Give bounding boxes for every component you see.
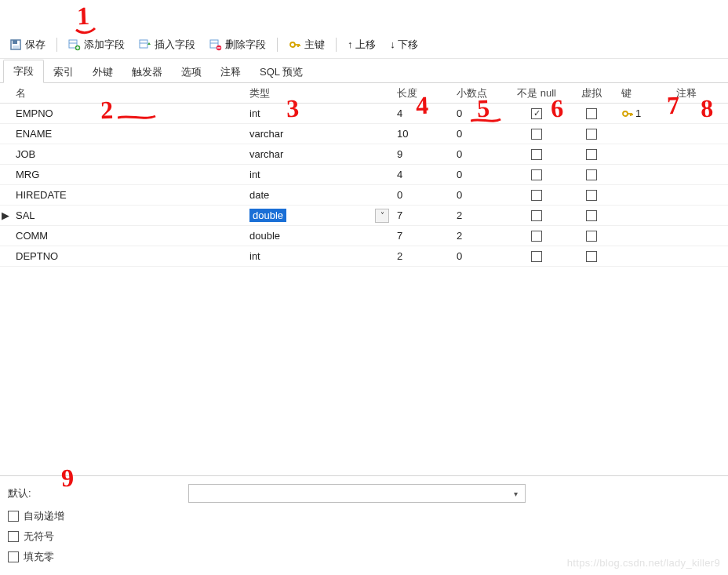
cell-key[interactable]: 1 bbox=[617, 104, 672, 123]
unsigned-checkbox[interactable] bbox=[8, 531, 19, 542]
virtual-checkbox[interactable] bbox=[586, 231, 597, 242]
cell-type[interactable]: double˅ bbox=[245, 206, 392, 225]
cell-virtual[interactable] bbox=[566, 246, 617, 266]
not-null-checkbox[interactable] bbox=[531, 190, 542, 201]
cell-key[interactable] bbox=[617, 144, 672, 164]
table-row[interactable]: DEPTNOint20 bbox=[0, 246, 728, 267]
cell-name[interactable]: COMM bbox=[11, 226, 245, 246]
delete-field-button[interactable]: 删除字段 bbox=[205, 36, 271, 53]
cell-virtual[interactable] bbox=[566, 165, 617, 184]
cell-type[interactable]: varchar bbox=[245, 144, 392, 164]
virtual-checkbox[interactable] bbox=[586, 251, 597, 262]
not-null-checkbox[interactable] bbox=[531, 251, 542, 262]
not-null-checkbox[interactable] bbox=[531, 210, 542, 221]
col-not-null[interactable]: 不是 null bbox=[507, 83, 566, 103]
insert-field-button[interactable]: 插入字段 bbox=[134, 36, 200, 53]
cell-not-null[interactable] bbox=[507, 124, 566, 144]
cell-virtual[interactable] bbox=[566, 185, 617, 205]
cell-key[interactable] bbox=[617, 124, 672, 144]
cell-decimals[interactable]: 0 bbox=[452, 124, 507, 144]
tab-2[interactable]: 外键 bbox=[83, 61, 122, 83]
cell-not-null[interactable] bbox=[507, 206, 566, 225]
add-field-button[interactable]: 添加字段 bbox=[64, 36, 129, 53]
cell-type[interactable]: date bbox=[245, 185, 392, 205]
cell-decimals[interactable]: 0 bbox=[452, 246, 507, 266]
cell-not-null[interactable] bbox=[507, 104, 566, 123]
cell-comment[interactable] bbox=[672, 206, 728, 225]
cell-not-null[interactable] bbox=[507, 185, 566, 205]
table-row[interactable]: ▶SALdouble˅72 bbox=[0, 206, 728, 226]
cell-length[interactable]: 7 bbox=[392, 226, 452, 246]
cell-comment[interactable] bbox=[672, 165, 728, 184]
col-virtual[interactable]: 虚拟 bbox=[566, 83, 617, 103]
cell-length[interactable]: 0 bbox=[392, 185, 452, 205]
cell-type[interactable]: double bbox=[245, 226, 392, 246]
cell-comment[interactable] bbox=[672, 246, 728, 266]
cell-comment[interactable] bbox=[672, 104, 728, 123]
tab-4[interactable]: 选项 bbox=[172, 61, 211, 83]
cell-length[interactable]: 9 bbox=[392, 144, 452, 164]
cell-not-null[interactable] bbox=[507, 246, 566, 266]
cell-name[interactable]: EMPNO bbox=[11, 104, 245, 123]
cell-virtual[interactable] bbox=[566, 124, 617, 144]
tab-1[interactable]: 索引 bbox=[44, 61, 83, 83]
virtual-checkbox[interactable] bbox=[586, 210, 597, 221]
cell-type[interactable]: int bbox=[245, 165, 392, 184]
cell-key[interactable] bbox=[617, 206, 672, 225]
cell-virtual[interactable] bbox=[566, 206, 617, 225]
cell-comment[interactable] bbox=[672, 226, 728, 246]
cell-decimals[interactable]: 0 bbox=[452, 104, 507, 123]
cell-decimals[interactable]: 0 bbox=[452, 144, 507, 164]
not-null-checkbox[interactable] bbox=[531, 169, 542, 180]
cell-not-null[interactable] bbox=[507, 226, 566, 246]
auto-increment-checkbox[interactable] bbox=[8, 511, 19, 522]
zerofill-checkbox[interactable] bbox=[8, 551, 19, 562]
tab-0[interactable]: 字段 bbox=[3, 60, 44, 83]
virtual-checkbox[interactable] bbox=[586, 129, 597, 140]
cell-name[interactable]: ENAME bbox=[11, 124, 245, 144]
cell-comment[interactable] bbox=[672, 185, 728, 205]
cell-comment[interactable] bbox=[672, 124, 728, 144]
cell-key[interactable] bbox=[617, 246, 672, 266]
cell-comment[interactable] bbox=[672, 144, 728, 164]
cell-virtual[interactable] bbox=[566, 104, 617, 123]
col-type[interactable]: 类型 bbox=[245, 83, 392, 103]
not-null-checkbox[interactable] bbox=[531, 149, 542, 160]
cell-name[interactable]: SAL bbox=[11, 206, 245, 225]
chevron-down-icon[interactable]: ˅ bbox=[375, 209, 389, 223]
cell-key[interactable] bbox=[617, 226, 672, 246]
col-key[interactable]: 键 bbox=[617, 83, 672, 103]
move-up-button[interactable]: ↑ 上移 bbox=[343, 36, 380, 53]
move-down-button[interactable]: ↓ 下移 bbox=[385, 36, 423, 53]
table-row[interactable]: MRGint40 bbox=[0, 165, 728, 185]
cell-not-null[interactable] bbox=[507, 165, 566, 184]
cell-length[interactable]: 10 bbox=[392, 124, 452, 144]
not-null-checkbox[interactable] bbox=[531, 231, 542, 242]
tab-5[interactable]: 注释 bbox=[211, 61, 250, 83]
tab-6[interactable]: SQL 预览 bbox=[250, 61, 312, 83]
primary-key-button[interactable]: 主键 bbox=[284, 36, 329, 53]
virtual-checkbox[interactable] bbox=[586, 149, 597, 160]
cell-not-null[interactable] bbox=[507, 144, 566, 164]
cell-length[interactable]: 2 bbox=[392, 246, 452, 266]
cell-decimals[interactable]: 0 bbox=[452, 185, 507, 205]
cell-name[interactable]: JOB bbox=[11, 144, 245, 164]
cell-decimals[interactable]: 2 bbox=[452, 206, 507, 225]
col-decimals[interactable]: 小数点 bbox=[452, 83, 507, 103]
col-length[interactable]: 长度 bbox=[392, 83, 452, 103]
cell-length[interactable]: 4 bbox=[392, 165, 452, 184]
table-row[interactable]: JOBvarchar90 bbox=[0, 144, 728, 165]
table-row[interactable]: HIREDATEdate00 bbox=[0, 185, 728, 206]
cell-name[interactable]: MRG bbox=[11, 165, 245, 184]
save-button[interactable]: 保存 bbox=[5, 36, 50, 53]
table-row[interactable]: COMMdouble72 bbox=[0, 226, 728, 246]
cell-name[interactable]: DEPTNO bbox=[11, 246, 245, 266]
cell-name[interactable]: HIREDATE bbox=[11, 185, 245, 205]
cell-type[interactable]: int bbox=[245, 104, 392, 123]
cell-length[interactable]: 4 bbox=[392, 104, 452, 123]
virtual-checkbox[interactable] bbox=[586, 169, 597, 180]
cell-type[interactable]: int bbox=[245, 246, 392, 266]
not-null-checkbox[interactable] bbox=[531, 129, 542, 140]
col-name[interactable]: 名 bbox=[11, 83, 245, 103]
cell-key[interactable] bbox=[617, 165, 672, 184]
